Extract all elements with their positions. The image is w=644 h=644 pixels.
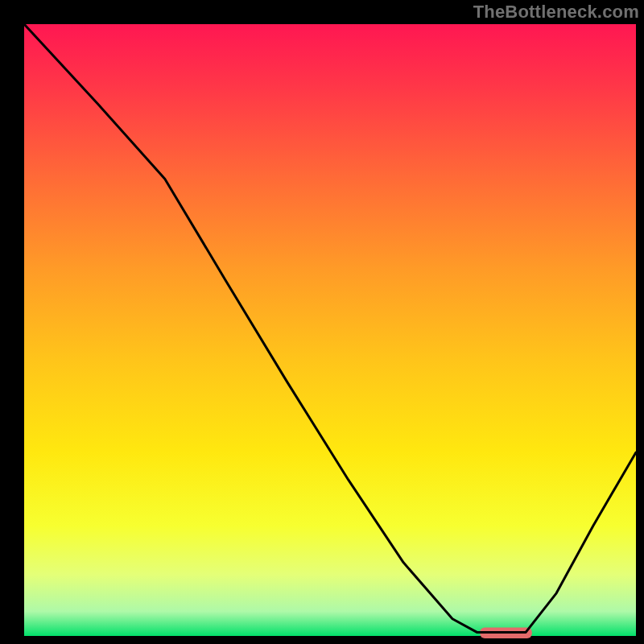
- bottleneck-chart: [0, 0, 644, 644]
- chart-frame: { "attribution": "TheBottleneck.com", "p…: [0, 0, 644, 644]
- attribution-label: TheBottleneck.com: [473, 2, 639, 23]
- plot-background: [24, 24, 636, 636]
